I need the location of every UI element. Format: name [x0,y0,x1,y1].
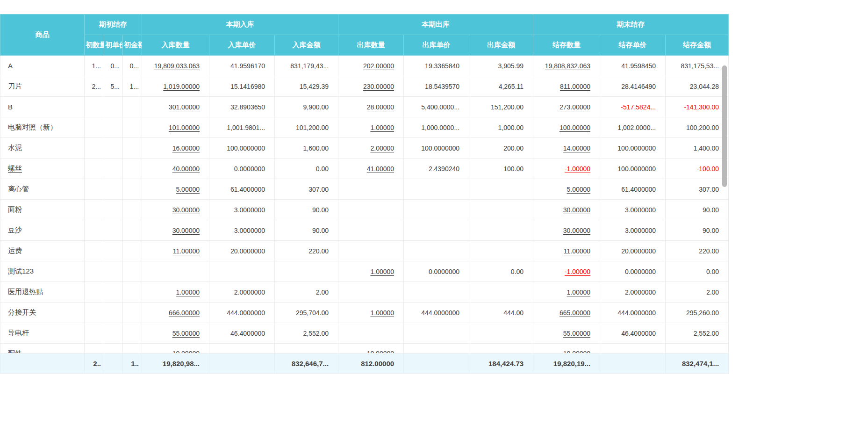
balance-qty-link[interactable]: 273.00000 [560,103,590,111]
inbound-qty-link[interactable]: 30.00000 [172,227,200,234]
inbound-qty-link[interactable]: 1.00000 [176,288,200,296]
cell-opening-amount [123,261,142,282]
balance-qty-link[interactable]: 5.00000 [567,186,590,193]
cell-balance-amount: 220.00 [666,241,729,261]
cell-inbound-amount: 2.00 [275,282,338,303]
balance-qty-link[interactable]: -1.00000 [565,268,590,275]
vertical-scrollbar-thumb[interactable] [722,65,727,187]
cell-outbound-qty[interactable]: 1.00000 [338,117,404,138]
inbound-qty-link[interactable]: 40.00000 [172,165,200,173]
cell-outbound-qty[interactable]: 1.00000 [338,261,404,282]
cell-outbound-qty[interactable]: 202.00000 [338,56,404,76]
product-cell: 电脑对照（新） [0,117,85,138]
cell-balance-qty[interactable]: 14.00000 [533,138,600,159]
balance-qty-link[interactable]: 55.00000 [563,330,590,337]
inbound-qty-link[interactable]: 10.00000 [172,350,200,353]
cell-balance-amount: 90.00 [666,200,729,220]
outbound-qty-link[interactable]: 230.00000 [363,83,394,90]
cell-inbound-qty[interactable]: 11.00000 [142,241,209,261]
cell-balance-qty[interactable]: 11.00000 [533,241,600,261]
cell-outbound-qty[interactable]: 1.00000 [338,303,404,323]
cell-outbound-price: 2.4390240 [404,159,469,179]
balance-qty-link[interactable]: 10.00000 [563,350,590,353]
cell-balance-qty[interactable]: 1.00000 [533,282,600,303]
cell-outbound-qty[interactable]: 41.00000 [338,159,404,179]
cell-balance-qty[interactable]: 55.00000 [533,323,600,344]
balance-qty-link[interactable]: 19,808,832.063 [545,62,590,70]
cell-balance-qty[interactable]: 10.00000 [533,344,600,353]
cell-inbound-amount: 307.00 [275,179,338,200]
cell-outbound-qty[interactable]: 10.00000 [338,344,404,353]
cell-inbound-qty[interactable]: 101.00000 [142,117,209,138]
inbound-qty-link[interactable]: 101.00000 [169,124,200,131]
cell-inbound-qty[interactable]: 30.00000 [142,200,209,220]
product-link[interactable]: 螺丝 [8,164,22,172]
inbound-qty-link[interactable]: 666.00000 [169,309,200,317]
cell-balance-qty[interactable]: 30.00000 [533,220,600,241]
cell-inbound-qty[interactable]: 301.00000 [142,97,209,117]
balance-qty-link[interactable]: 11.00000 [564,247,590,255]
table-row: 医用退热贴1.000002.00000002.001.000002.000000… [0,282,729,303]
product-cell: 面粉 [0,200,85,220]
cell-inbound-qty[interactable]: 19,809,033.063 [142,56,209,76]
cell-balance-qty[interactable]: 273.00000 [533,97,600,117]
balance-qty-link[interactable]: 100.00000 [560,124,590,131]
outbound-qty-link[interactable]: 28.00000 [367,103,394,111]
outbound-qty-link[interactable]: 2.00000 [370,144,394,152]
cell-balance-qty[interactable]: 19,808,832.063 [533,56,600,76]
balance-qty-link[interactable]: 30.00000 [563,227,590,234]
inbound-qty-link[interactable]: 30.00000 [172,206,200,214]
cell-balance-qty[interactable]: 811.00000 [533,76,600,97]
cell-inbound-price: 46.4000000 [209,323,275,344]
outbound-qty-link[interactable]: 10.00000 [367,350,394,353]
balance-qty-link[interactable]: 811.00000 [560,83,590,90]
cell-inbound-qty[interactable]: 55.00000 [142,323,209,344]
outbound-qty-link[interactable]: 202.00000 [363,62,394,70]
balance-qty-link[interactable]: -1.00000 [565,165,590,173]
cell-balance-amount [666,344,729,353]
cell-outbound-qty[interactable]: 230.00000 [338,76,404,97]
table-row: 导电杆55.0000046.40000002,552.0055.0000046.… [0,323,729,344]
cell-inbound-qty[interactable]: 40.00000 [142,159,209,179]
balance-qty-link[interactable]: 30.00000 [563,206,590,214]
inbound-qty-link[interactable]: 11.00000 [173,247,200,255]
outbound-qty-link[interactable]: 1.00000 [370,309,394,317]
cell-balance-qty[interactable]: -1.00000 [533,261,600,282]
header-group-closing-balance: 期末结存 [533,14,729,35]
cell-inbound-qty[interactable]: 5.00000 [142,179,209,200]
inbound-qty-link[interactable]: 55.00000 [172,330,200,337]
cell-balance-price: 28.4146490 [600,76,666,97]
cell-outbound-price: 1,000.0000... [404,117,469,138]
cell-inbound-qty[interactable]: 30.00000 [142,220,209,241]
outbound-qty-link[interactable]: 1.00000 [370,268,394,275]
outbound-qty-link[interactable]: 1.00000 [370,124,394,131]
inbound-qty-link[interactable]: 5.00000 [176,186,200,193]
cell-opening-qty [85,117,104,138]
balance-qty-link[interactable]: 14.00000 [563,144,590,152]
cell-balance-qty[interactable]: 100.00000 [533,117,600,138]
cell-opening-amount [123,97,142,117]
cell-inbound-qty[interactable]: 666.00000 [142,303,209,323]
inbound-qty-link[interactable]: 1,019.00000 [163,83,200,90]
inbound-qty-link[interactable]: 16.00000 [172,144,200,152]
cell-inbound-qty[interactable]: 1,019.00000 [142,76,209,97]
cell-inbound-qty[interactable]: 1.00000 [142,282,209,303]
header-columns-row: 初数量 初单价 初金额 入库数量 入库单价 入库金额 出库数量 出库单价 出库金… [0,35,729,56]
inbound-qty-link[interactable]: 19,809,033.063 [154,62,200,70]
cell-inbound-qty[interactable]: 16.00000 [142,138,209,159]
cell-outbound-qty[interactable]: 28.00000 [338,97,404,117]
cell-inbound-price: 1,001.9801... [209,117,275,138]
balance-qty-link[interactable]: 665.00000 [560,309,590,317]
product-cell[interactable]: 螺丝 [0,159,85,179]
outbound-qty-link[interactable]: 41.00000 [367,165,394,173]
cell-outbound-amount: 3,905.99 [469,56,533,76]
inbound-qty-link[interactable]: 301.00000 [169,103,200,111]
cell-balance-qty[interactable]: -1.00000 [533,159,600,179]
cell-balance-qty[interactable]: 665.00000 [533,303,600,323]
cell-outbound-qty[interactable]: 2.00000 [338,138,404,159]
cell-balance-qty[interactable]: 5.00000 [533,179,600,200]
balance-qty-link[interactable]: 1.00000 [567,288,590,296]
cell-inbound-qty[interactable]: 10.00000 [142,344,209,353]
header-balance-qty: 结存数量 [533,35,600,56]
cell-balance-qty[interactable]: 30.00000 [533,200,600,220]
